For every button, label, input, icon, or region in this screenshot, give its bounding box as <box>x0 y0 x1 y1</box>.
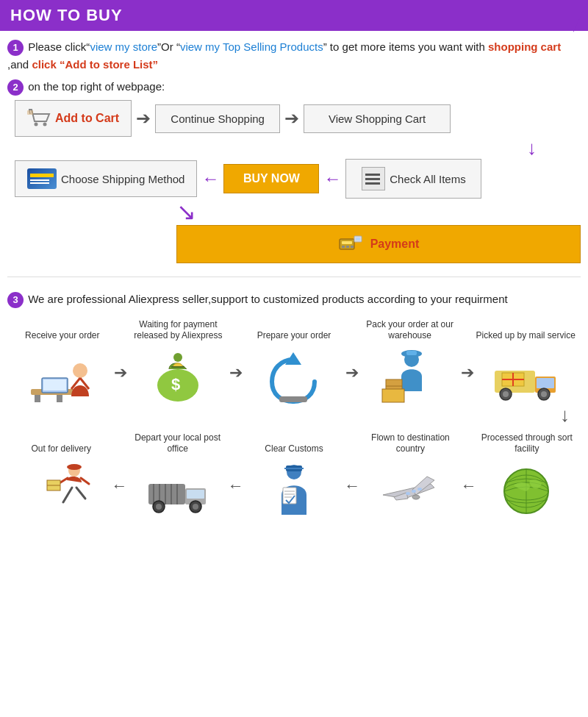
order-label-payment-wait: Waiting for payment released by Aliexpre… <box>127 318 230 342</box>
link-top-selling[interactable]: view my Top Selling Products <box>180 40 323 53</box>
order-step-payment-wait: Waiting for payment released by Aliexpre… <box>127 318 230 405</box>
svg-line-44 <box>81 478 89 484</box>
order-step-prepare: Prepare your order <box>243 318 345 405</box>
step2-label: on the top right of webpage: <box>28 80 165 93</box>
svg-rect-2 <box>27 110 33 115</box>
svg-rect-7 <box>351 246 354 248</box>
flow-row2: Choose Shipping Method ← BUY NOW ← Check… <box>15 159 581 199</box>
svg-rect-5 <box>342 246 345 248</box>
arrow2: ➔ <box>284 108 299 129</box>
svg-line-41 <box>63 488 72 502</box>
svg-point-15 <box>73 363 87 378</box>
order-img-pack <box>373 346 447 405</box>
svg-point-56 <box>156 504 162 510</box>
view-cart-button[interactable]: View Shopping Cart <box>304 104 451 133</box>
order-label-flight: Flown to destination country <box>360 432 460 455</box>
step1-paragraph: 1 Please click“view my store”Or “view my… <box>7 38 581 74</box>
add-to-store-link[interactable]: click “Add to store List” <box>32 58 158 71</box>
step3-circle: 3 <box>7 292 24 308</box>
order-img-prepare <box>257 346 331 405</box>
order-arrow3: ➔ <box>345 363 359 382</box>
order-label-delivery: Out for delivery <box>32 432 91 455</box>
order-img-flight <box>373 460 447 518</box>
arrow3: ← <box>201 168 219 189</box>
svg-rect-28 <box>382 389 404 402</box>
continue-shopping-button[interactable]: Continue Shopping <box>155 104 280 133</box>
order-step-post: Depart your local post office <box>127 432 227 518</box>
order-step-pickup: Picked up by mail service <box>474 318 577 405</box>
order-flow: Receive your order <box>7 318 581 518</box>
order-step-pack: Pack your order at our warehouse <box>359 318 462 405</box>
svg-point-69 <box>412 495 420 499</box>
shopping-cart-link[interactable]: shopping cart <box>488 40 561 53</box>
svg-point-40 <box>67 464 82 470</box>
order-label-pack: Pack your order at our warehouse <box>359 318 462 342</box>
order-label-prepare: Prepare your order <box>257 318 331 342</box>
step3-paragraph: 3 We are professional Aliexpress seller,… <box>7 290 581 308</box>
checklist-icon <box>362 167 385 190</box>
svg-line-42 <box>76 488 85 499</box>
svg-text:$: $ <box>171 375 180 393</box>
svg-point-1 <box>43 123 47 126</box>
add-to-cart-label: Add to Cart <box>55 112 119 125</box>
arrow1: ➔ <box>136 108 151 129</box>
order-arrow4: ➔ <box>461 363 474 382</box>
choose-shipping-button[interactable]: Choose Shipping Method <box>15 160 197 197</box>
order-arrow2: ➔ <box>229 363 243 382</box>
step1-text-after: ” to get more items you want with <box>323 40 488 53</box>
view-cart-label: View Shopping Cart <box>329 113 426 125</box>
main-content: 1 Please click“view my store”Or “view my… <box>0 38 588 518</box>
payment-label: Payment <box>370 238 420 251</box>
order-label-post: Depart your local post office <box>127 432 227 455</box>
step1-text-end: ,and <box>7 58 32 71</box>
order-img-payment-wait: $ <box>141 346 215 405</box>
step2-circle: 2 <box>7 79 24 96</box>
svg-rect-12 <box>57 395 62 402</box>
svg-point-0 <box>35 123 38 126</box>
payment-button[interactable]: Payment <box>176 225 581 263</box>
step1-text-mid: ”Or “ <box>157 40 180 53</box>
order-label-sort: Processed through sort facility <box>477 432 577 455</box>
continue-shopping-label: Continue Shopping <box>171 113 265 125</box>
step2-paragraph: 2 on the top right of webpage: <box>7 78 581 96</box>
order-arrow-left4: ← <box>461 477 477 496</box>
order-step-customs: Clear Customs <box>244 432 344 518</box>
order-row1: Receive your order <box>11 318 577 405</box>
svg-point-67 <box>412 490 416 493</box>
order-row2: Out for delivery <box>11 432 577 518</box>
order-img-post <box>141 460 215 518</box>
add-to-cart-button[interactable]: Add to Cart <box>15 100 132 137</box>
svg-point-35 <box>541 391 547 397</box>
arrow4: ← <box>323 168 341 189</box>
order-arrow-left1: ← <box>111 477 127 496</box>
svg-rect-11 <box>35 395 40 402</box>
payment-row: Payment <box>15 225 581 263</box>
flow-row1: Add to Cart ➔ Continue Shopping ➔ View S… <box>15 100 581 137</box>
page-title: HOW TO BUY <box>10 6 123 25</box>
step1-text-before: Please click“ <box>28 40 90 53</box>
link-view-store[interactable]: view my store <box>90 40 157 53</box>
svg-point-66 <box>417 488 422 491</box>
svg-rect-4 <box>342 241 352 244</box>
step3-text: We are professional Aliexpress seller,su… <box>28 293 508 305</box>
order-step-receive: Receive your order <box>11 318 114 405</box>
order-img-delivery <box>24 460 98 518</box>
diag-arrow: ↘ <box>15 200 581 224</box>
credit-card-icon <box>27 168 57 189</box>
svg-point-20 <box>173 353 182 362</box>
order-arrow-left3: ← <box>344 477 360 496</box>
svg-rect-49 <box>187 490 204 499</box>
order-img-customs <box>257 460 331 518</box>
svg-rect-6 <box>346 246 349 248</box>
check-all-button[interactable]: Check All Items <box>345 159 481 199</box>
order-step-sort: Processed through sort facility <box>477 432 577 518</box>
cashier-icon <box>338 233 365 255</box>
svg-rect-25 <box>406 351 417 355</box>
order-img-sort <box>490 460 564 518</box>
order-img-pickup <box>489 346 562 405</box>
order-label-customs: Clear Customs <box>265 432 323 455</box>
svg-point-68 <box>406 492 410 495</box>
buy-now-button[interactable]: BUY NOW <box>223 164 319 193</box>
svg-point-58 <box>193 504 198 510</box>
divider1 <box>7 277 581 277</box>
